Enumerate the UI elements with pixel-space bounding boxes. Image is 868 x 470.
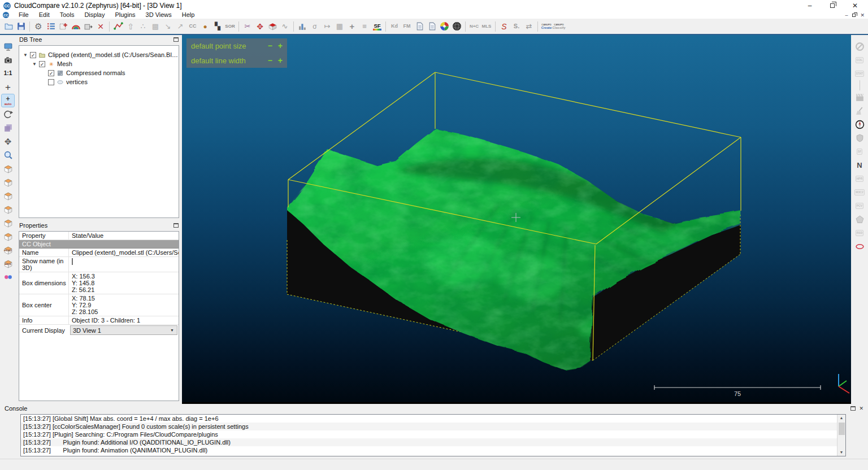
point-size-increase-button[interactable]: + xyxy=(278,41,283,50)
menu-tools[interactable]: Tools xyxy=(55,11,80,19)
register-icon[interactable]: ⇧ xyxy=(124,20,137,33)
color-scales-icon[interactable] xyxy=(70,20,82,33)
disabled-plugin-icon[interactable] xyxy=(853,40,866,53)
expander-icon[interactable]: ▼ xyxy=(23,53,28,58)
screenshot-icon[interactable] xyxy=(2,54,14,66)
ellipse-plugin-icon[interactable] xyxy=(853,240,866,253)
3d-view[interactable]: 75 default point size − + default line w… xyxy=(182,35,851,404)
broom-plugin-icon[interactable] xyxy=(853,105,866,117)
properties-toggle-icon[interactable] xyxy=(45,20,57,33)
sor-filter-icon[interactable]: SOR xyxy=(224,20,236,33)
sf-add-icon[interactable]: + xyxy=(346,20,358,33)
mdi-minimize-button[interactable]: – xyxy=(845,12,848,18)
expander-icon[interactable]: ▼ xyxy=(32,62,37,67)
pcv-plugin-icon[interactable]: PCV xyxy=(853,199,866,212)
console-scrollbar[interactable]: ▲ ▼ xyxy=(837,415,845,456)
view-back-icon[interactable] xyxy=(2,203,14,215)
sf-color-icon[interactable] xyxy=(371,20,383,33)
globe-icon[interactable] xyxy=(450,20,463,33)
menu-file[interactable]: File xyxy=(14,11,34,19)
csf-filter-icon[interactable]: S xyxy=(498,20,510,33)
shield-plugin-icon[interactable] xyxy=(853,132,866,144)
view-bottom-icon[interactable] xyxy=(2,176,14,188)
export-doc-icon[interactable] xyxy=(413,20,426,33)
restore-button[interactable] xyxy=(828,2,836,10)
unroll-icon[interactable]: ⇄ xyxy=(523,20,535,33)
point-size-decrease-button[interactable]: − xyxy=(268,41,272,50)
sf-arithmetic-icon[interactable]: ≡ xyxy=(358,20,371,33)
label-icon[interactable]: ● xyxy=(199,20,211,33)
segment-icon[interactable]: ✂ xyxy=(241,20,254,33)
fm-icon[interactable]: FM xyxy=(401,20,413,33)
kd-tree-icon[interactable]: Kd xyxy=(388,20,401,33)
tree-row[interactable]: ▼ Mesh xyxy=(19,59,179,68)
perspective-icon[interactable] xyxy=(2,121,14,134)
scroll-up-icon[interactable]: ▲ xyxy=(840,415,844,421)
auto-pick-center-icon[interactable]: +auto xyxy=(2,94,14,107)
menu-plugins[interactable]: Plugins xyxy=(110,11,140,19)
line-width-increase-button[interactable]: + xyxy=(278,56,283,65)
poisson-plugin-icon[interactable] xyxy=(853,213,866,225)
console-float-icon[interactable] xyxy=(850,406,856,411)
save-icon[interactable] xyxy=(15,20,27,33)
visibility-checkbox[interactable] xyxy=(48,79,54,85)
delete-icon[interactable]: ✕ xyxy=(94,20,107,33)
animation-plugin-icon[interactable] xyxy=(853,91,866,103)
open-icon[interactable] xyxy=(2,20,15,33)
facade-plugin-icon[interactable]: SF xyxy=(853,145,866,158)
mls-icon[interactable]: MLS xyxy=(480,20,493,33)
clone-icon[interactable] xyxy=(57,20,70,33)
minimize-button[interactable]: – xyxy=(806,2,814,10)
line-width-decrease-button[interactable]: − xyxy=(268,56,272,65)
mdi-restore-button[interactable] xyxy=(852,12,856,18)
view-front-icon[interactable] xyxy=(2,189,14,202)
view-top-icon[interactable] xyxy=(2,162,14,175)
view-back-iso-icon[interactable]: BACK xyxy=(2,257,14,269)
canupo-create-icon[interactable]: CANUPOCreate xyxy=(540,20,553,33)
show-name-checkbox[interactable] xyxy=(72,258,73,265)
stat-plugin-icon[interactable]: STAT xyxy=(853,67,866,80)
export-csv-icon[interactable] xyxy=(426,20,438,33)
canupo-classify-icon[interactable]: CANUPOClassify xyxy=(553,20,565,33)
m3c2-plugin-icon[interactable]: M3C2 xyxy=(853,186,866,198)
checker-icon[interactable]: ▚ xyxy=(211,20,224,33)
rsd-plugin-icon[interactable]: RSD xyxy=(853,227,866,239)
scrollbar-thumb[interactable] xyxy=(839,423,845,435)
view-left-icon[interactable] xyxy=(2,216,14,229)
zoom-lens-icon[interactable] xyxy=(2,149,14,161)
fullscreen-icon[interactable] xyxy=(2,40,14,53)
menu-edit[interactable]: Edit xyxy=(34,11,55,19)
tree-row[interactable]: Compressed normals xyxy=(19,68,179,77)
translate-rotate-icon[interactable]: ✥ xyxy=(254,20,266,33)
col-plugin-icon[interactable]: COL xyxy=(853,54,866,66)
scroll-down-icon[interactable]: ▼ xyxy=(840,449,844,456)
view-right-icon[interactable] xyxy=(2,230,14,242)
cross-section-icon[interactable] xyxy=(266,20,279,33)
tree-row[interactable]: ▼ Clipped (extent)_model.stl (C:/Users/S… xyxy=(19,50,179,59)
rotate-view-icon[interactable] xyxy=(2,108,14,120)
sdot-icon[interactable]: S. xyxy=(510,20,523,33)
octree-icon[interactable]: ▩ xyxy=(149,20,162,33)
visibility-checkbox[interactable] xyxy=(30,52,36,58)
cc-statistics-icon[interactable]: CC xyxy=(186,20,199,33)
color-wheel-icon[interactable] xyxy=(438,20,450,33)
menu-display[interactable]: Display xyxy=(79,11,110,19)
current-display-select[interactable]: 3D View 1 ▼ xyxy=(70,325,177,335)
visibility-checkbox[interactable] xyxy=(39,61,45,67)
hpr-plugin-icon[interactable]: HPR xyxy=(853,172,866,185)
display-options-icon[interactable]: ⚙ xyxy=(32,20,45,33)
sf-minmax-icon[interactable]: ↦ xyxy=(321,20,333,33)
stereo-icon[interactable] xyxy=(2,271,14,283)
cloud-mesh-dist-icon[interactable]: ↗ xyxy=(174,20,186,33)
tree-row[interactable]: vertices xyxy=(19,77,179,86)
menu-help[interactable]: Help xyxy=(177,11,200,19)
trace-polyline-icon[interactable]: ∿ xyxy=(279,20,291,33)
close-button[interactable]: ✕ xyxy=(851,2,859,10)
zoom-1-1-icon[interactable]: 1:1 xyxy=(2,67,14,80)
cloud-cloud-dist-icon[interactable]: ↘ xyxy=(162,20,174,33)
normals-arrow-icon[interactable]: N xyxy=(853,159,866,171)
merge-icon[interactable] xyxy=(82,20,94,33)
mdi-close-button[interactable]: ✕ xyxy=(860,12,865,18)
view-front-iso-icon[interactable]: FRONT xyxy=(2,243,14,256)
console-close-icon[interactable]: ✕ xyxy=(859,406,863,411)
